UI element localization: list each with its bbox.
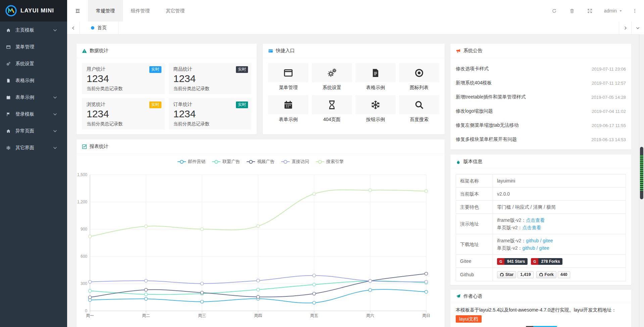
nav-tab[interactable]: 其它管理 <box>158 0 193 22</box>
layui-logo-icon <box>5 5 17 17</box>
quick-icon-box <box>312 95 352 114</box>
legend-item[interactable]: 搜索引擎 <box>316 159 344 165</box>
legend-marker-icon <box>316 160 324 164</box>
github-count[interactable]: 1,419 <box>517 271 533 278</box>
sidebar-item[interactable]: 菜单管理 <box>0 39 67 55</box>
page-scrollbar[interactable] <box>639 34 644 327</box>
tab-prev-button[interactable] <box>67 22 80 34</box>
sidebar-item-label: 主页模板 <box>15 27 34 33</box>
features: 零门槛 / 响应式 / 清爽 / 极简 <box>493 201 626 214</box>
download-github-link[interactable]: github <box>522 245 535 251</box>
refresh-button[interactable] <box>545 0 563 22</box>
demo-onepage-link[interactable]: 点击查看 <box>522 225 541 230</box>
svg-text:1,500: 1,500 <box>77 172 87 177</box>
announcement-text: 修复左侧菜单缩放tab无法移动 <box>456 122 518 128</box>
panel-title: 版本信息 <box>463 159 482 165</box>
gitee-badge[interactable]: G941 Stars <box>497 258 528 265</box>
stat-card[interactable]: 浏览统计1234当前分类总记录数实时 <box>82 98 165 129</box>
logo[interactable]: LAYUI MINI <box>0 0 67 22</box>
panel-author: 作者心语 本模板基于layui2.5.4以及font-awesome-4.7.0… <box>450 290 631 327</box>
table-row: 下载地址 iframe版-v2：github / gitee 单页版-v2：gi… <box>456 234 626 255</box>
credit-card-icon <box>268 48 273 53</box>
stat-card[interactable]: 用户统计1234当前分类总记录数实时 <box>82 63 165 94</box>
announcement-text: 修改logo缩放问题 <box>456 108 493 114</box>
svg-text:周二: 周二 <box>142 313 150 318</box>
quick-entry-item[interactable]: 系统设置 <box>312 63 352 91</box>
announcement-row[interactable]: 新增系统404模板2019-07-11 12:57 <box>456 76 626 90</box>
current-version: v2.0.0 <box>493 188 626 201</box>
fire-icon <box>456 159 461 164</box>
stat-card[interactable]: 订单统计1234当前分类总记录数实时 <box>169 98 252 129</box>
gitee-badge[interactable]: G278 Forks <box>531 258 562 265</box>
panel-title: 报表统计 <box>90 144 108 150</box>
ellipsis-v-icon <box>632 8 637 13</box>
realtime-badge: 实时 <box>236 101 248 108</box>
gitee-badges: G941 StarsG278 Forks <box>493 255 626 268</box>
row-label: 当前版本 <box>456 188 493 201</box>
sidebar-item[interactable]: 登录模板 <box>0 106 67 123</box>
stat-label: 浏览统计 <box>87 101 160 108</box>
announcement-row[interactable]: 修改选项卡样式2019-07-11 23:06 <box>456 62 626 76</box>
quick-entry-item[interactable]: 按钮示例 <box>355 95 396 123</box>
quick-icon-box <box>268 63 308 82</box>
menu-collapse-button[interactable] <box>67 0 88 22</box>
announcement-row[interactable]: 修复左侧菜单缩放tab无法移动2019-06-17 11:55 <box>456 118 626 132</box>
user-dropdown[interactable]: admin <box>599 8 628 13</box>
download-gitee-link[interactable]: gitee <box>543 238 553 243</box>
clear-cache-button[interactable] <box>563 0 581 22</box>
quick-entry-item[interactable]: 表格示例 <box>355 63 396 91</box>
version-table: 框架名称 layuimini 当前版本 v2.0.0 主要特色 零门槛 / 响应… <box>456 174 626 281</box>
panel-title: 作者心语 <box>463 293 482 299</box>
quick-entry-item[interactable]: 图标列表 <box>399 63 439 91</box>
legend-item[interactable]: 联盟广告 <box>212 159 240 165</box>
sidebar-item[interactable]: 系统设置 <box>0 55 67 72</box>
announcement-row[interactable]: 新增treetable插件和菜单管理样式2019-07-05 14:28 <box>456 90 626 104</box>
download-gitee-link[interactable]: gitee <box>539 245 549 251</box>
calendar-icon <box>6 95 13 100</box>
announcement-row[interactable]: 修复多模块菜单栏展开有问题2019-06-13 14:53 <box>456 132 626 147</box>
sidebar-item[interactable]: 主页模板 <box>0 22 67 39</box>
sidebar-item[interactable]: 其它界面 <box>0 139 67 156</box>
stat-card[interactable]: 商品统计1234当前分类总记录数实时 <box>169 63 252 94</box>
download-links: iframe版-v2：github / gitee 单页版-v2：github … <box>493 234 626 255</box>
scrollbar-thumb[interactable] <box>640 147 643 199</box>
tab-next-button[interactable] <box>619 22 632 34</box>
tab-home[interactable]: 首页 <box>80 22 118 34</box>
expand-icon <box>587 8 592 13</box>
tab-dropdown-button[interactable] <box>631 22 644 34</box>
svg-text:600: 600 <box>81 254 87 259</box>
chevron-right-icon <box>623 26 628 30</box>
quick-entry-item[interactable]: 表单示例 <box>268 95 308 123</box>
chart-legend: 邮件营销联盟广告视频广告直接访问搜索引擎 <box>77 158 445 165</box>
refresh-icon <box>552 8 557 13</box>
legend-item[interactable]: 直接访问 <box>281 159 309 165</box>
svg-text:周四: 周四 <box>254 313 262 318</box>
table-row: 演示地址 iframe版-v2：点击查看 单页版-v2：点击查看 <box>456 214 626 234</box>
fullscreen-button[interactable] <box>581 0 599 22</box>
app-root: LAYUI MINI 主页模板菜单管理系统设置表格示例表单示例登录模板异常页面其… <box>0 0 644 327</box>
quick-entry-item[interactable]: 404页面 <box>312 95 352 123</box>
nav-tab[interactable]: 常规管理 <box>88 0 123 22</box>
sidebar-item[interactable]: 异常页面 <box>0 123 67 139</box>
announcement-row[interactable]: 修改logo缩放问题2019-07-04 11:02 <box>456 104 626 118</box>
legend-item[interactable]: 视频广告 <box>247 159 275 165</box>
panel-data-stats-header: 数据统计 <box>77 44 257 58</box>
sidebar: LAYUI MINI 主页模板菜单管理系统设置表格示例表单示例登录模板异常页面其… <box>0 0 67 327</box>
sidebar-item[interactable]: 表单示例 <box>0 89 67 106</box>
github-star-button[interactable]: Star <box>497 271 516 278</box>
quick-entry-item[interactable]: 百度搜索 <box>399 95 439 123</box>
legend-item[interactable]: 邮件营销 <box>178 159 205 165</box>
github-count[interactable]: 440 <box>558 271 570 278</box>
github-fork-button[interactable]: Fork <box>536 271 556 278</box>
svg-text:周六: 周六 <box>366 313 374 318</box>
sidebar-item[interactable]: 表格示例 <box>0 72 67 89</box>
panel-data-stats: 数据统计 用户统计1234当前分类总记录数实时商品统计1234当前分类总记录数实… <box>77 44 257 134</box>
nav-tab[interactable]: 组件管理 <box>123 0 158 22</box>
legend-marker-icon <box>281 160 290 164</box>
more-menu-button[interactable] <box>628 0 641 22</box>
file-text-icon <box>370 68 381 78</box>
download-github-link[interactable]: github <box>526 238 539 243</box>
layui-doc-button[interactable]: layui文档 <box>456 315 482 323</box>
demo-iframe-link[interactable]: 点击查看 <box>526 217 545 223</box>
quick-entry-item[interactable]: 菜单管理 <box>268 63 308 91</box>
